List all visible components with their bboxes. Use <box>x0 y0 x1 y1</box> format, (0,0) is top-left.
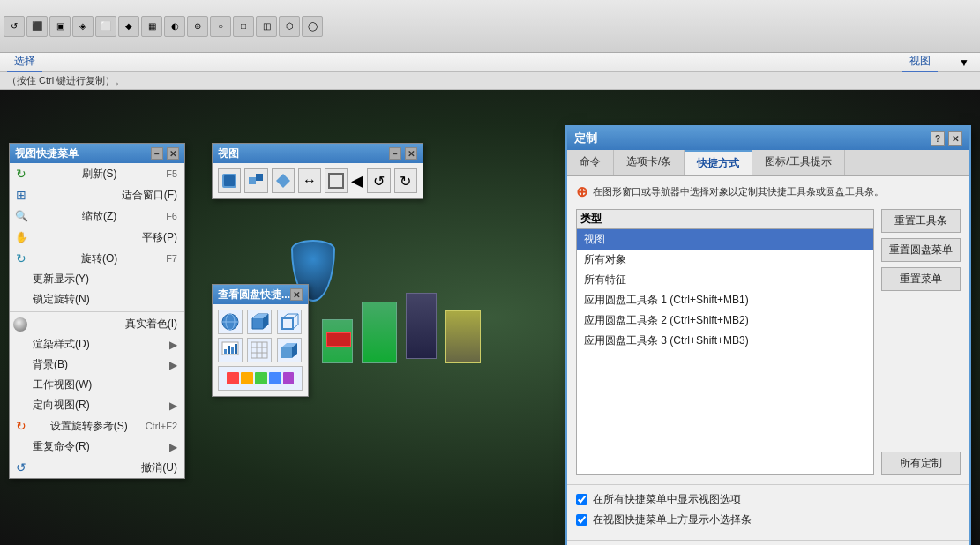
menu-item-fit[interactable]: ⊞ 适合窗口(F) <box>10 184 184 205</box>
checkbox-show-select-bar[interactable] <box>576 514 587 526</box>
menu-item-zoom[interactable]: 🔍 缩放(Z) F6 <box>10 205 184 227</box>
toolbar-icon-6[interactable]: ◆ <box>118 16 139 37</box>
toolbar-icon-3[interactable]: ▣ <box>49 16 71 37</box>
type-list-item-disc-2[interactable]: 应用圆盘工具条 2 (Ctrl+Shift+MB2) <box>577 310 873 331</box>
dialog-main-content: 类型 视图 所有对象 所有特征 应用圆盘工具条 1 (Ctrl <box>576 209 961 475</box>
menu-item-set-rotate-ref[interactable]: ↻ 设置旋转参考(S) Ctrl+F2 <box>10 415 184 437</box>
quick-view-cube-1[interactable] <box>247 310 272 334</box>
view-icon-1[interactable] <box>218 168 241 193</box>
type-list: 视图 所有对象 所有特征 应用圆盘工具条 1 (Ctrl+Shift+MB1) <box>576 228 874 475</box>
selection-bar: 选择 视图 ▼ <box>0 53 980 72</box>
type-list-item-disc-1[interactable]: 应用圆盘工具条 1 (Ctrl+Shift+MB1) <box>577 290 873 310</box>
menu-item-lock-rotate-label: 锁定旋转(N) <box>33 292 90 307</box>
quick-view-cube-outline[interactable] <box>277 310 302 334</box>
titlebar-buttons: − ✕ <box>151 147 179 160</box>
dialog-hint: ⊕ 在图形窗口或导航器中选择对象以定制其快捷工具条或圆盘工具条。 <box>576 185 961 200</box>
quick-view-cube-small[interactable] <box>277 338 302 362</box>
menu-item-shading[interactable]: 真实着色(I) <box>10 314 184 334</box>
toolbar-icon-4[interactable]: ◈ <box>72 16 94 37</box>
quick-view-chart[interactable] <box>218 338 243 362</box>
toolbar-icon-5[interactable]: ⬜ <box>95 16 116 37</box>
type-column-header: 类型 <box>576 209 874 228</box>
all-customize-button[interactable]: 所有定制 <box>881 452 961 475</box>
view-dropdown-arrow[interactable]: ▼ <box>955 56 973 69</box>
type-list-item-disc-3[interactable]: 应用圆盘工具条 3 (Ctrl+Shift+MB3) <box>577 331 873 351</box>
view-panel-pin-button[interactable]: − <box>389 147 401 160</box>
type-list-item-all-objects[interactable]: 所有对象 <box>577 250 873 270</box>
undo-icon: ↺ <box>13 459 29 475</box>
tab-command[interactable]: 命令 <box>567 150 614 175</box>
toolbar-icon-1[interactable]: ↺ <box>4 16 25 37</box>
view-arrow-left[interactable]: ◀ <box>351 171 363 190</box>
menu-item-rotate[interactable]: ↻ 旋转(O) F7 <box>10 248 184 269</box>
tab-shortcut[interactable]: 快捷方式 <box>685 150 752 175</box>
customize-dialog-body: ⊕ 在图形窗口或导航器中选择对象以定制其快捷工具条或圆盘工具条。 类型 视图 所… <box>567 176 969 484</box>
type-list-item-view[interactable]: 视图 <box>577 229 873 250</box>
menu-item-lock-rotate[interactable]: 锁定旋转(N) <box>10 289 184 310</box>
menu-item-update-display-label: 更新显示(Y) <box>33 272 89 287</box>
view-icon-2[interactable] <box>244 168 267 193</box>
reset-menu-button[interactable]: 重置菜单 <box>881 267 961 291</box>
view-tab[interactable]: 视图 <box>902 52 938 72</box>
toolbar-icon-12[interactable]: ◫ <box>256 16 277 37</box>
toolbar-icon-9[interactable]: ⊕ <box>187 16 208 37</box>
tab-options[interactable]: 选项卡/条 <box>614 150 685 175</box>
refresh-icon: ↻ <box>13 166 29 182</box>
menu-item-work-view[interactable]: 工作视图(W) <box>10 375 184 395</box>
menu-item-undo[interactable]: ↺ 撤消(U) <box>10 457 184 478</box>
dialog-help-button[interactable]: ? <box>931 131 945 146</box>
scene-machine-6 <box>445 310 481 363</box>
toolbar-icons: ↺ ⬛ ▣ ◈ ⬜ ◆ ▦ ◐ ⊕ ○ □ ◫ ⬡ ◯ <box>4 16 323 37</box>
menu-item-update-display[interactable]: 更新显示(Y) <box>10 269 184 289</box>
close-panel-button[interactable]: ✕ <box>167 147 179 160</box>
quick-view-globe[interactable] <box>218 310 243 334</box>
toolbar-icon-11[interactable]: □ <box>233 16 254 37</box>
main-area: YC 视图快捷菜单 − ✕ ↻ 刷新(S) <box>0 90 980 545</box>
menu-item-pan[interactable]: ✋ 平移(P) <box>10 227 184 248</box>
svg-rect-13 <box>282 318 293 329</box>
quick-view-color[interactable] <box>218 366 303 391</box>
view-undo-1[interactable]: ↺ <box>367 168 390 193</box>
reset-toolbar-button[interactable]: 重置工具条 <box>881 209 961 233</box>
menu-item-render-style[interactable]: 渲染样式(D) ▶ <box>10 334 184 355</box>
orient-view-arrow: ▶ <box>169 399 177 412</box>
type-list-item-all-features[interactable]: 所有特征 <box>577 270 873 290</box>
menu-item-refresh[interactable]: ↻ 刷新(S) F5 <box>10 163 184 184</box>
quick-view-table[interactable] <box>247 338 272 362</box>
svg-rect-33 <box>241 372 253 384</box>
pin-button[interactable]: − <box>151 147 163 160</box>
toolbar-icon-8[interactable]: ◐ <box>164 16 185 37</box>
menu-item-repeat-cmd[interactable]: 重复命令(R) ▶ <box>10 437 184 457</box>
view-icon-5[interactable] <box>325 168 348 193</box>
dialog-tabs: 命令 选项卡/条 快捷方式 图标/工具提示 <box>567 150 969 176</box>
tab-shortcut-label: 快捷方式 <box>697 157 739 169</box>
dialog-close-button[interactable]: ✕ <box>948 131 962 146</box>
view-icon-4[interactable]: ↔ <box>298 168 321 193</box>
checkbox-row-1: 在所有快捷菜单中显示视图选项 <box>576 492 961 507</box>
select-tab[interactable]: 选择 <box>7 52 42 72</box>
toolbar-icon-10[interactable]: ○ <box>210 16 231 37</box>
hint-text: （按住 Ctrl 键进行复制）。 <box>7 74 124 87</box>
menu-item-work-view-label: 工作视图(W) <box>33 377 92 392</box>
toolbar-icon-13[interactable]: ⬡ <box>279 16 300 37</box>
view-icon-3[interactable] <box>272 168 295 193</box>
checkbox-show-view[interactable] <box>576 494 587 505</box>
toolbar-icon-14[interactable]: ◯ <box>302 16 323 37</box>
toolbar-icon-7[interactable]: ▦ <box>141 16 162 37</box>
customize-dialog-title: 定制 <box>574 131 597 146</box>
view-panel-close-button[interactable]: ✕ <box>405 147 417 160</box>
svg-line-16 <box>293 314 298 318</box>
reset-circle-menu-button[interactable]: 重置圆盘菜单 <box>881 238 961 262</box>
menu-item-orient-view[interactable]: 定向视图(R) ▶ <box>10 395 184 415</box>
view-redo-1[interactable]: ↻ <box>394 168 417 193</box>
svg-rect-36 <box>283 372 294 384</box>
quick-view-close-button[interactable]: ✕ <box>290 288 303 301</box>
tab-icon[interactable]: 图标/工具提示 <box>752 150 844 175</box>
view-panel-titlebar: 视图 − ✕ <box>213 144 423 163</box>
menu-item-background[interactable]: 背景(B) ▶ <box>10 355 184 375</box>
view-panel-title: 视图 <box>218 146 239 161</box>
customize-dialog: 定制 ? ✕ 命令 选项卡/条 快捷方式 图标/工具提示 ⊕ 在图形窗口或导航 <box>565 125 971 545</box>
dialog-footer: 在所有快捷菜单中显示视图选项 在视图快捷菜单上方显示小选择条 <box>567 484 969 540</box>
toolbar-icon-2[interactable]: ⬛ <box>26 16 48 37</box>
menu-item-rotate-label: 旋转(O) <box>81 251 117 266</box>
